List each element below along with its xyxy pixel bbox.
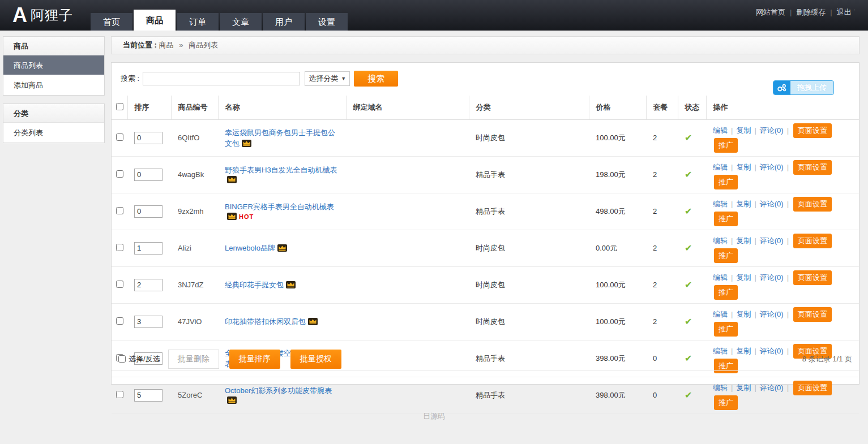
product-name-link[interactable]: October幻影系列多功能皮带腕表 xyxy=(225,386,332,395)
action-separator: | xyxy=(754,163,756,171)
sidebar-item-category-list[interactable]: 分类列表 xyxy=(3,123,104,143)
row-checkbox[interactable] xyxy=(116,170,123,178)
comment-link[interactable]: 评论(0) xyxy=(760,383,784,392)
promote-button[interactable]: 推广 xyxy=(714,285,738,300)
breadcrumb-page: 商品列表 xyxy=(189,41,218,49)
edit-link[interactable]: 编辑 xyxy=(713,236,728,245)
page-setup-button[interactable]: 页面设置 xyxy=(793,307,832,322)
edit-link[interactable]: 编辑 xyxy=(713,126,728,135)
sort-input[interactable] xyxy=(134,279,163,291)
sort-input[interactable] xyxy=(134,169,163,181)
sort-input[interactable] xyxy=(134,242,163,255)
comment-link[interactable]: 评论(0) xyxy=(760,163,784,171)
row-checkbox[interactable] xyxy=(116,244,123,251)
page-setup-button[interactable]: 页面设置 xyxy=(793,160,832,175)
nav-tab-products[interactable]: 商品 xyxy=(134,10,176,31)
nav-tab-settings[interactable]: 设置 xyxy=(306,13,348,31)
product-name-link[interactable]: BINGER宾格手表男全自动机械表 xyxy=(225,202,334,211)
copy-link[interactable]: 复制 xyxy=(736,163,751,171)
sort-input[interactable] xyxy=(134,132,163,144)
sort-input[interactable] xyxy=(134,205,163,218)
edit-link[interactable]: 编辑 xyxy=(713,163,728,171)
batch-sort-button[interactable]: 批量排序 xyxy=(229,350,280,369)
sidebar-group-categories: 分类 分类列表 xyxy=(3,104,105,143)
edit-link[interactable]: 编辑 xyxy=(713,383,728,392)
table-row: 3NJ7dZ 经典印花手提女包 时尚皮包 100.00元 2 ✔ 编辑|复制|评… xyxy=(112,266,859,303)
comment-link[interactable]: 评论(0) xyxy=(760,310,784,318)
product-package: 2 xyxy=(653,170,657,179)
nav-tab-home[interactable]: 首页 xyxy=(91,13,132,31)
product-name-link[interactable]: 印花抽带搭扣休闲双肩包 xyxy=(225,317,306,326)
header-actions: 操作 xyxy=(706,96,859,119)
product-code: 9zx2mh xyxy=(178,207,204,215)
promote-button[interactable]: 推广 xyxy=(714,322,738,337)
copy-link[interactable]: 复制 xyxy=(736,126,751,135)
edit-link[interactable]: 编辑 xyxy=(713,273,728,282)
sort-input[interactable] xyxy=(134,389,163,402)
edit-link[interactable]: 编辑 xyxy=(713,200,728,208)
product-name-link[interactable]: 经典印花手提女包 xyxy=(225,281,284,289)
promote-button[interactable]: 推广 xyxy=(714,138,738,153)
row-checkbox[interactable] xyxy=(116,281,123,288)
promote-button[interactable]: 推广 xyxy=(714,248,738,263)
clear-cache-link[interactable]: 删除缓存 xyxy=(796,8,826,16)
product-price: 498.00元 xyxy=(596,207,626,215)
table-row: Alizi Lenwebolo品牌 时尚皮包 0.00元 2 ✔ 编辑|复制|评… xyxy=(112,230,859,266)
page-setup-button[interactable]: 页面设置 xyxy=(793,123,832,138)
product-name-link[interactable]: Lenwebolo品牌 xyxy=(225,244,275,252)
category-select[interactable]: 选择分类 ▼ xyxy=(305,71,350,86)
copy-link[interactable]: 复制 xyxy=(736,273,751,282)
page-footer: 日源码 xyxy=(0,411,868,421)
search-button[interactable]: 搜索 xyxy=(354,71,398,87)
sort-input[interactable] xyxy=(134,316,163,328)
page-setup-button[interactable]: 页面设置 xyxy=(793,197,832,212)
search-input[interactable] xyxy=(143,72,300,85)
batch-delete-button[interactable]: 批量删除 xyxy=(168,350,219,369)
page-setup-button[interactable]: 页面设置 xyxy=(793,270,832,285)
select-all-checkbox[interactable] xyxy=(116,103,123,110)
row-checkbox[interactable] xyxy=(116,207,123,214)
promote-button[interactable]: 推广 xyxy=(714,175,738,189)
table-row: 4wagBk 野狼手表男H3自发光全自动机械表 精品手表 198.00元 2 ✔… xyxy=(112,156,859,193)
status-check-icon: ✔ xyxy=(685,280,692,290)
sidebar-item-add-product[interactable]: 添加商品 xyxy=(3,75,104,95)
copy-link[interactable]: 复制 xyxy=(736,236,751,245)
page-setup-button[interactable]: 页面设置 xyxy=(793,381,832,395)
comment-link[interactable]: 评论(0) xyxy=(760,126,784,135)
nav-tab-orders[interactable]: 订单 xyxy=(177,13,219,31)
copy-link[interactable]: 复制 xyxy=(736,200,751,208)
batch-authorize-button[interactable]: 批量授权 xyxy=(290,350,341,369)
action-separator: | xyxy=(731,163,733,171)
crown-icon xyxy=(308,318,318,327)
comment-link[interactable]: 评论(0) xyxy=(760,200,784,208)
header-package: 套餐 xyxy=(646,96,678,119)
action-separator: | xyxy=(731,383,733,392)
promote-button[interactable]: 推广 xyxy=(714,395,738,410)
select-invert-checkbox[interactable] xyxy=(118,355,126,363)
copy-link[interactable]: 复制 xyxy=(736,310,751,318)
page-setup-button[interactable]: 页面设置 xyxy=(793,234,832,248)
comment-link[interactable]: 评论(0) xyxy=(760,273,784,282)
product-name-link[interactable]: 野狼手表男H3自发光全自动机械表 xyxy=(225,166,337,174)
row-checkbox[interactable] xyxy=(116,133,123,141)
product-category: 精品手表 xyxy=(476,391,505,399)
action-separator: | xyxy=(754,310,756,318)
promote-button[interactable]: 推广 xyxy=(714,212,738,226)
crown-icon xyxy=(242,140,251,149)
nav-tab-articles[interactable]: 文章 xyxy=(220,13,262,31)
logout-dot: · xyxy=(854,7,856,13)
comment-link[interactable]: 评论(0) xyxy=(760,236,784,245)
product-price: 398.00元 xyxy=(596,391,626,399)
action-separator: | xyxy=(754,273,756,282)
row-checkbox[interactable] xyxy=(116,317,123,325)
nav-tab-users[interactable]: 用户 xyxy=(263,13,305,31)
drag-upload-button[interactable]: 拖拽上传 xyxy=(773,80,834,95)
copy-link[interactable]: 复制 xyxy=(736,383,751,392)
logout-link[interactable]: 退出 xyxy=(837,8,852,16)
site-home-link[interactable]: 网站首页 xyxy=(756,8,785,16)
sidebar-item-product-list[interactable]: 商品列表 xyxy=(3,55,104,75)
row-checkbox[interactable] xyxy=(116,391,123,398)
product-package: 2 xyxy=(653,281,657,289)
action-separator: | xyxy=(787,126,789,135)
edit-link[interactable]: 编辑 xyxy=(713,310,728,318)
